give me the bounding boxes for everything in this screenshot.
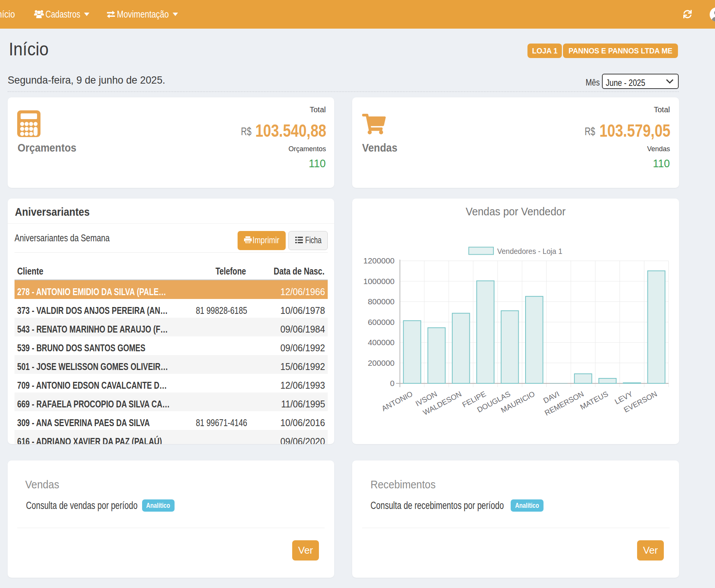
svg-text:1200000: 1200000	[363, 256, 395, 265]
svg-text:800000: 800000	[368, 297, 395, 306]
svg-text:MATEUS: MATEUS	[579, 389, 610, 411]
svg-text:400000: 400000	[368, 338, 395, 347]
svg-text:Vendas por Vendedor: Vendas por Vendedor	[466, 205, 566, 218]
svg-text:ANTONIO: ANTONIO	[380, 389, 414, 413]
svg-text:600000: 600000	[368, 318, 395, 326]
svg-text:Vendedores - Loja 1: Vendedores - Loja 1	[497, 247, 563, 255]
svg-text:0: 0	[390, 379, 395, 388]
svg-text:1000000: 1000000	[363, 277, 395, 286]
svg-text:200000: 200000	[368, 359, 395, 367]
